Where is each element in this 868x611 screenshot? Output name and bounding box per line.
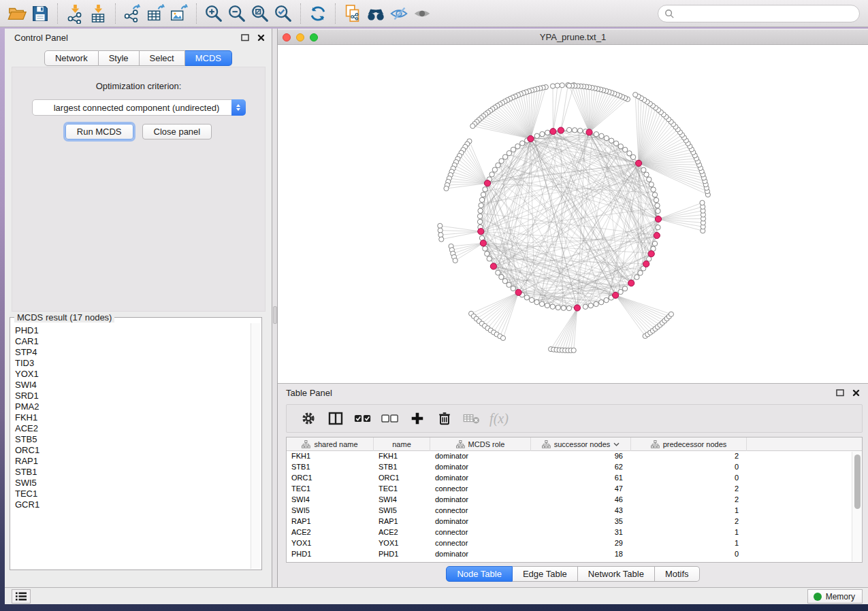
graph-node[interactable]	[633, 93, 638, 97]
table-cell[interactable]: dominator	[430, 473, 531, 484]
table-cell[interactable]: FKH1	[287, 451, 374, 462]
mcds-result-list[interactable]: PHD1CAR1STP4TID3YOX1SWI4SRD1PMA2FKH1ACE2…	[11, 323, 251, 569]
graph-node[interactable]	[489, 172, 494, 177]
table-cell[interactable]: connector	[430, 506, 531, 516]
graph-node[interactable]	[655, 203, 660, 208]
float-panel-icon[interactable]	[836, 389, 844, 397]
mcds-result-item[interactable]: FKH1	[15, 412, 251, 423]
run-mcds-button[interactable]: Run MCDS	[65, 124, 133, 139]
graph-node[interactable]	[470, 124, 475, 129]
table-cell[interactable]: dominator	[430, 462, 531, 473]
graph-node[interactable]	[438, 223, 443, 228]
table-cell[interactable]: connector	[430, 527, 531, 538]
graph-node[interactable]	[499, 274, 504, 279]
tab-node-table[interactable]: Node Table	[446, 566, 513, 582]
task-history-button[interactable]	[12, 589, 31, 604]
show-all-eye-icon[interactable]	[411, 2, 434, 25]
table-cell[interactable]: ORC1	[374, 473, 430, 484]
mcds-result-item[interactable]: CAR1	[15, 336, 251, 347]
graph-node[interactable]	[613, 141, 618, 146]
delete-row-icon[interactable]	[431, 408, 458, 429]
table-row[interactable]: ACE2ACE2connector311	[287, 527, 862, 538]
export-image-icon[interactable]	[167, 2, 191, 25]
graph-node[interactable]	[550, 304, 555, 309]
graph-node[interactable]	[700, 200, 705, 205]
mcds-result-item[interactable]: PMA2	[15, 401, 251, 412]
mcds-result-item[interactable]: STB1	[15, 467, 251, 478]
settings-gear-icon[interactable]	[295, 408, 322, 429]
column-header-predecessor-nodes[interactable]: predecessor nodes	[631, 437, 747, 451]
graph-node[interactable]	[604, 135, 609, 140]
graph-node[interactable]	[613, 292, 619, 298]
table-cell[interactable]: 35	[531, 516, 631, 527]
mcds-result-item[interactable]: SRD1	[15, 391, 251, 401]
graph-node[interactable]	[652, 193, 657, 197]
table-cell[interactable]: 31	[531, 527, 631, 538]
search-neighbors-icon[interactable]	[364, 2, 387, 25]
export-network-icon[interactable]	[121, 2, 144, 25]
graph-node[interactable]	[478, 229, 484, 235]
graph-node[interactable]	[560, 83, 564, 88]
zoom-out-icon[interactable]	[225, 2, 248, 25]
graph-node[interactable]	[479, 203, 483, 208]
select-all-icon[interactable]	[349, 408, 376, 429]
mcds-result-item[interactable]: TEC1	[15, 489, 251, 499]
vertical-splitter[interactable]	[272, 29, 278, 587]
graph-node[interactable]	[648, 250, 654, 257]
table-cell[interactable]: 61	[531, 473, 631, 484]
graph-node[interactable]	[524, 295, 529, 300]
graph-node[interactable]	[502, 154, 507, 159]
mcds-result-item[interactable]: YOX1	[15, 369, 251, 380]
table-cell[interactable]: dominator	[430, 495, 531, 506]
graph-node[interactable]	[566, 127, 571, 132]
table-cell[interactable]: 1	[631, 527, 747, 538]
table-cell[interactable]: RAP1	[374, 516, 430, 527]
graph-node[interactable]	[496, 270, 500, 275]
graph-node[interactable]	[545, 130, 550, 135]
table-cell[interactable]: 0	[631, 549, 747, 560]
tab-mcds[interactable]: MCDS	[185, 50, 232, 66]
graph-node[interactable]	[628, 280, 634, 286]
table-row[interactable]: YOX1YOX1connector291	[287, 538, 862, 549]
graph-node[interactable]	[480, 240, 486, 246]
graph-node[interactable]	[647, 177, 652, 182]
table-cell[interactable]: connector	[430, 484, 531, 495]
graph-node[interactable]	[487, 257, 492, 261]
table-cell[interactable]: STB1	[374, 462, 430, 473]
table-cell[interactable]: 1	[631, 538, 747, 549]
graph-node[interactable]	[477, 214, 482, 218]
graph-node[interactable]	[622, 286, 627, 291]
graph-node[interactable]	[438, 233, 443, 237]
column-header-successor-nodes[interactable]: successor nodes	[531, 437, 631, 451]
table-row[interactable]: SWI5SWI5connector431	[287, 506, 862, 516]
table-cell[interactable]: 43	[531, 506, 631, 516]
deselect-all-icon[interactable]	[376, 408, 404, 429]
graph-node[interactable]	[496, 163, 500, 167]
table-cell[interactable]: 2	[631, 484, 747, 495]
mcds-result-item[interactable]: ORC1	[15, 445, 251, 456]
close-panel-icon[interactable]	[852, 389, 860, 397]
graph-node[interactable]	[638, 270, 643, 275]
graph-node[interactable]	[630, 154, 635, 159]
graph-node[interactable]	[566, 306, 571, 310]
search-field[interactable]	[658, 5, 860, 22]
graph-node[interactable]	[651, 187, 656, 192]
table-cell[interactable]: 46	[531, 495, 631, 506]
mcds-result-item[interactable]: SWI4	[15, 380, 251, 391]
graph-node[interactable]	[558, 127, 564, 133]
network-graph-canvas[interactable]	[278, 45, 868, 383]
graph-node[interactable]	[483, 246, 487, 251]
zoom-selected-icon[interactable]	[272, 2, 295, 25]
table-row[interactable]: ORC1ORC1dominator610	[287, 473, 862, 484]
graph-node[interactable]	[484, 180, 490, 186]
graph-node[interactable]	[485, 251, 489, 256]
graph-node[interactable]	[529, 297, 534, 302]
graph-node[interactable]	[644, 172, 649, 177]
mcds-result-item[interactable]: TID3	[15, 358, 251, 369]
graph-node[interactable]	[556, 305, 560, 310]
table-cell[interactable]: PHD1	[374, 549, 430, 560]
graph-node[interactable]	[499, 159, 504, 163]
graph-node[interactable]	[574, 305, 580, 311]
graph-node[interactable]	[534, 133, 539, 138]
graph-node[interactable]	[634, 275, 639, 280]
